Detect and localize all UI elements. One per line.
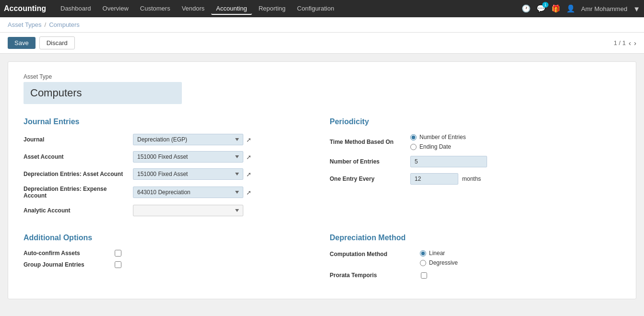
number-of-entries-radio-row: Number of Entries — [410, 134, 466, 140]
group-journal-row: Group Journal Entries — [24, 261, 314, 268]
time-method-row: Time Method Based On Number of Entries E… — [330, 134, 620, 150]
asset-type-input[interactable] — [24, 82, 182, 104]
pagination-controls: 1 / 1 ‹ › — [614, 39, 636, 47]
computation-method-radio-group: Linear Degressive — [420, 250, 458, 266]
analytic-account-select-wrapper — [133, 205, 314, 216]
degressive-radio[interactable] — [420, 260, 426, 266]
dep-asset-account-select-wrapper: 151000 Fixed Asset ➚ — [133, 168, 314, 180]
number-of-entries-radio-label: Number of Entries — [419, 134, 466, 140]
nav-right-icons: 🕐 💬 1 🎁 👤 Amr Mohammed ▼ — [522, 4, 640, 13]
group-journal-checkbox[interactable] — [115, 261, 121, 268]
pagination-info: 1 / 1 — [614, 39, 626, 47]
one-entry-every-input-row: months — [410, 173, 481, 185]
dep-expense-account-select[interactable]: 643010 Depreciation — [133, 187, 243, 198]
depreciation-method-title: Depreciation Method — [330, 234, 620, 242]
prorata-row: Prorata Temporis — [330, 272, 620, 279]
num-entries-field-row: Number of Entries — [330, 156, 620, 167]
additional-options-section: Additional Options Auto-confirm Assets G… — [24, 234, 314, 283]
num-entries-field-label: Number of Entries — [330, 158, 406, 165]
save-button[interactable]: Save — [8, 37, 36, 49]
linear-radio[interactable] — [420, 250, 426, 257]
user-dropdown-icon[interactable]: ▼ — [633, 5, 640, 13]
gift-icon[interactable]: 🎁 — [551, 4, 561, 13]
form-toolbar: Save Discard 1 / 1 ‹ › — [0, 33, 644, 54]
journal-select[interactable]: Depreciation (EGP) — [133, 134, 243, 145]
ending-date-radio[interactable] — [410, 144, 417, 150]
dep-asset-account-row: Depreciation Entries: Asset Account 1510… — [24, 168, 314, 180]
dep-asset-account-external-link-icon[interactable]: ➚ — [246, 171, 251, 178]
time-method-label: Time Method Based On — [330, 139, 406, 145]
breadcrumb-parent[interactable]: Asset Types — [8, 21, 42, 28]
nav-accounting[interactable]: Accounting — [211, 3, 251, 15]
breadcrumb-current: Computers — [49, 21, 80, 28]
periodicity-section: Periodicity Time Method Based On Number … — [330, 117, 620, 222]
clock-icon[interactable]: 🕐 — [522, 4, 531, 13]
computation-method-row: Computation Method Linear Degressive — [330, 250, 620, 266]
analytic-account-row: Analytic Account — [24, 205, 314, 216]
breadcrumb-separator: / — [45, 21, 47, 28]
journal-label: Journal — [24, 136, 129, 143]
degressive-radio-label: Degressive — [429, 259, 458, 266]
prev-record-button[interactable]: ‹ — [629, 39, 631, 47]
asset-account-select[interactable]: 151000 Fixed Asset — [133, 151, 243, 163]
one-entry-every-row: One Entry Every months — [330, 173, 620, 185]
ending-date-radio-label: Ending Date — [419, 143, 451, 150]
next-record-button[interactable]: › — [634, 39, 636, 47]
prorata-checkbox[interactable] — [421, 272, 427, 279]
asset-account-external-link-icon[interactable]: ➚ — [246, 153, 251, 161]
dep-expense-account-select-wrapper: 643010 Depreciation ➚ — [133, 187, 314, 198]
dep-expense-account-label: Depreciation Entries: Expense Account — [24, 186, 129, 199]
nav-overview[interactable]: Overview — [98, 3, 133, 15]
periodicity-title: Periodicity — [330, 117, 620, 126]
dep-asset-account-label: Depreciation Entries: Asset Account — [24, 171, 129, 177]
user-name[interactable]: Amr Mohammed — [581, 5, 627, 12]
degressive-radio-row: Degressive — [420, 259, 458, 266]
form-card: Asset Type Journal Entries Journal Depre… — [8, 61, 636, 299]
months-label: months — [462, 176, 481, 182]
asset-account-label: Asset Account — [24, 153, 129, 160]
dep-expense-account-external-link-icon[interactable]: ➚ — [246, 189, 251, 196]
one-entry-every-input[interactable] — [410, 173, 458, 185]
chat-icon[interactable]: 💬 1 — [537, 4, 546, 13]
nav-menu: Dashboard Overview Customers Vendors Acc… — [56, 3, 522, 15]
dep-expense-account-row: Depreciation Entries: Expense Account 64… — [24, 186, 314, 199]
journal-select-wrapper: Depreciation (EGP) ➚ — [133, 134, 314, 145]
group-journal-label: Group Journal Entries — [24, 261, 110, 268]
chat-badge: 1 — [542, 2, 549, 8]
time-method-radio-group: Number of Entries Ending Date — [410, 134, 466, 150]
dep-asset-account-select[interactable]: 151000 Fixed Asset — [133, 168, 243, 180]
app-brand: Accounting — [4, 4, 46, 13]
nav-dashboard[interactable]: Dashboard — [56, 3, 96, 15]
bottom-section: Additional Options Auto-confirm Assets G… — [24, 234, 620, 283]
journal-entries-title: Journal Entries — [24, 117, 314, 126]
journal-row: Journal Depreciation (EGP) ➚ — [24, 134, 314, 145]
prorata-label: Prorata Temporis — [330, 272, 416, 279]
journal-external-link-icon[interactable]: ➚ — [246, 136, 251, 143]
journal-entries-section: Journal Entries Journal Depreciation (EG… — [24, 117, 314, 222]
nav-vendors[interactable]: Vendors — [177, 3, 210, 15]
nav-customers[interactable]: Customers — [135, 3, 175, 15]
number-of-entries-input[interactable] — [410, 156, 487, 167]
nav-configuration[interactable]: Configuration — [292, 3, 339, 15]
nav-reporting[interactable]: Reporting — [254, 3, 290, 15]
depreciation-method-section: Depreciation Method Computation Method L… — [330, 234, 620, 283]
asset-type-label: Asset Type — [24, 73, 620, 80]
number-of-entries-radio[interactable] — [410, 134, 417, 140]
top-navigation: Accounting Dashboard Overview Customers … — [0, 0, 644, 17]
one-entry-every-label: One Entry Every — [330, 176, 406, 182]
asset-account-row: Asset Account 151000 Fixed Asset ➚ — [24, 151, 314, 163]
auto-confirm-label: Auto-confirm Assets — [24, 250, 110, 257]
computation-method-label: Computation Method — [330, 250, 416, 257]
discard-button[interactable]: Discard — [39, 36, 75, 49]
asset-account-select-wrapper: 151000 Fixed Asset ➚ — [133, 151, 314, 163]
user-avatar[interactable]: 👤 — [566, 4, 575, 13]
additional-options-title: Additional Options — [24, 234, 314, 242]
analytic-account-select[interactable] — [133, 205, 243, 216]
auto-confirm-checkbox[interactable] — [115, 250, 121, 257]
analytic-account-label: Analytic Account — [24, 207, 129, 214]
linear-radio-row: Linear — [420, 250, 458, 257]
ending-date-radio-row: Ending Date — [410, 143, 466, 150]
linear-radio-label: Linear — [429, 250, 445, 257]
auto-confirm-row: Auto-confirm Assets — [24, 250, 314, 257]
breadcrumb: Asset Types / Computers — [0, 17, 644, 33]
